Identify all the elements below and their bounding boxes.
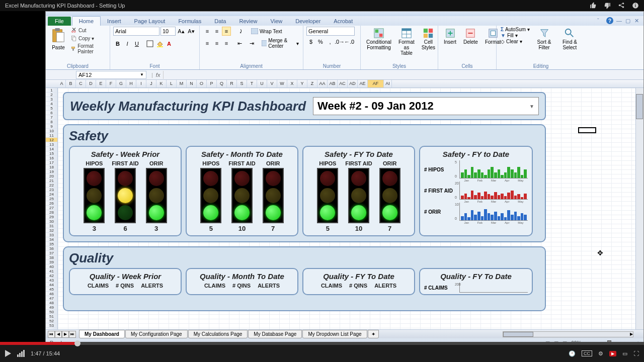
bold-button[interactable]: B bbox=[113, 39, 122, 48]
tab-data[interactable]: Data bbox=[208, 17, 232, 26]
accounting-format[interactable]: $ bbox=[306, 37, 315, 46]
merge-center-button[interactable]: Merge & Center ▾ bbox=[261, 37, 300, 49]
progress-bar[interactable] bbox=[0, 342, 644, 345]
worksheet-grid[interactable]: Weekly Manufacturing KPI Dashboard Week … bbox=[58, 88, 643, 329]
new-sheet-button[interactable]: ✦ bbox=[368, 330, 379, 338]
tab-nav-last[interactable]: ⏭ bbox=[69, 331, 76, 338]
svg-rect-13 bbox=[251, 28, 258, 34]
font-name-select[interactable] bbox=[113, 27, 159, 36]
percent-format[interactable]: % bbox=[316, 37, 325, 46]
tab-nav-next[interactable]: ▶ bbox=[62, 331, 69, 338]
align-middle[interactable]: ≡ bbox=[212, 27, 221, 36]
fill-color-button[interactable] bbox=[155, 39, 164, 48]
increase-decimal[interactable]: .0→ bbox=[335, 37, 344, 46]
thumbs-up-icon[interactable] bbox=[590, 2, 597, 9]
video-title: Excel Manufacturing KPI Dashboard - Sett… bbox=[5, 3, 125, 9]
decrease-font-icon[interactable]: A▾ bbox=[187, 27, 196, 36]
watch-later-icon[interactable]: 🕐 bbox=[569, 350, 576, 357]
cc-icon[interactable]: CC bbox=[582, 350, 592, 356]
align-left[interactable]: ≡ bbox=[203, 39, 212, 48]
week-selector[interactable]: Week #2 - 09 Jan 2012▼ bbox=[313, 97, 539, 115]
youtube-logo-icon[interactable]: ▶ bbox=[609, 351, 616, 356]
conditional-formatting-button[interactable]: Conditional Formatting bbox=[364, 27, 394, 51]
decrease-indent[interactable]: ⇤ bbox=[236, 39, 243, 48]
svg-rect-8 bbox=[73, 37, 76, 41]
font-size-select[interactable] bbox=[160, 27, 176, 36]
clear-button[interactable]: ◇Clear ▾ bbox=[500, 39, 531, 44]
window-close-icon[interactable]: ✕ bbox=[634, 18, 640, 24]
align-center[interactable]: ≡ bbox=[212, 39, 221, 48]
help-icon[interactable]: ? bbox=[606, 17, 613, 24]
tab-developer[interactable]: Developer bbox=[289, 17, 327, 26]
selected-cell[interactable] bbox=[578, 127, 596, 133]
tab-view[interactable]: View bbox=[264, 17, 289, 26]
cut-button[interactable]: Cut bbox=[70, 27, 107, 34]
find-select-button[interactable]: Find & Select bbox=[557, 27, 582, 51]
tab-insert[interactable]: Insert bbox=[101, 17, 128, 26]
copy-button[interactable]: Copy ▾ bbox=[70, 35, 107, 42]
formula-input[interactable] bbox=[163, 71, 643, 79]
svg-rect-14 bbox=[262, 40, 267, 46]
align-right[interactable]: ≡ bbox=[222, 39, 231, 48]
info-icon[interactable]: i bbox=[632, 2, 639, 9]
minimize-ribbon-icon[interactable]: ˇ bbox=[597, 18, 603, 24]
italic-button[interactable]: I bbox=[123, 39, 132, 48]
align-bottom[interactable]: ≡ bbox=[222, 27, 231, 36]
number-format-select[interactable] bbox=[306, 27, 355, 36]
play-button[interactable] bbox=[5, 350, 11, 357]
theater-icon[interactable]: ▭ bbox=[622, 350, 627, 357]
window-minimize-icon[interactable]: — bbox=[616, 18, 622, 24]
delete-cells-button[interactable]: Delete bbox=[461, 27, 480, 46]
svg-rect-10 bbox=[72, 48, 74, 50]
increase-indent[interactable]: ⇥ bbox=[248, 39, 255, 48]
sheet-tab-calc[interactable]: My Calculations Page bbox=[188, 330, 248, 338]
paste-button[interactable]: Paste bbox=[49, 27, 68, 51]
sheet-tab-config[interactable]: My Configuration Page bbox=[125, 330, 188, 338]
increase-font-icon[interactable]: A▴ bbox=[177, 27, 186, 36]
underline-button[interactable]: U bbox=[132, 39, 141, 48]
fx-icon[interactable]: fx bbox=[156, 72, 160, 78]
format-painter-button[interactable]: Format Painter bbox=[70, 43, 107, 55]
time-display: 1:47 / 15:44 bbox=[31, 350, 60, 356]
orientation-button[interactable]: ⤸ bbox=[236, 27, 245, 36]
comma-format[interactable]: , bbox=[326, 37, 335, 46]
svg-rect-9 bbox=[71, 47, 74, 48]
share-icon[interactable] bbox=[618, 2, 625, 9]
fill-button[interactable]: ▼Fill ▾ bbox=[500, 33, 531, 38]
align-top[interactable]: ≡ bbox=[203, 27, 212, 36]
wrap-text-button[interactable]: Wrap Text bbox=[250, 28, 283, 35]
file-tab[interactable]: File bbox=[48, 17, 71, 26]
tab-formulas[interactable]: Formulas bbox=[172, 17, 208, 26]
tab-home[interactable]: Home bbox=[72, 16, 101, 26]
tab-acrobat[interactable]: Acrobat bbox=[327, 17, 359, 26]
ribbon-tabs: File Home Insert Page Layout Formulas Da… bbox=[46, 16, 643, 26]
cell-styles-button[interactable]: Cell Styles bbox=[419, 27, 438, 51]
sheet-tab-dropdown[interactable]: My Dropdown List Page bbox=[302, 330, 367, 338]
settings-icon[interactable]: ⚙ bbox=[598, 350, 603, 357]
tab-nav-prev[interactable]: ◀ bbox=[55, 331, 62, 338]
fullscreen-icon[interactable]: ⛶ bbox=[633, 350, 639, 356]
border-button[interactable] bbox=[145, 39, 154, 48]
tab-review[interactable]: Review bbox=[232, 17, 264, 26]
horizontal-scrollbar[interactable]: ◀▶ bbox=[503, 331, 633, 337]
insert-cells-button[interactable]: Insert bbox=[441, 27, 459, 46]
format-as-table-button[interactable]: Format as Table bbox=[396, 27, 417, 57]
sheet-tab-db[interactable]: My Database Page bbox=[248, 330, 302, 338]
window-restore-icon[interactable]: ▢ bbox=[625, 18, 631, 24]
tab-page-layout[interactable]: Page Layout bbox=[128, 17, 172, 26]
font-color-button[interactable]: A bbox=[165, 39, 174, 48]
svg-rect-11 bbox=[147, 41, 153, 47]
sheet-tab-dashboard[interactable]: My Dashboard bbox=[79, 330, 125, 338]
name-box[interactable]: AF12▼ bbox=[76, 71, 146, 79]
tab-nav-first[interactable]: ⏮ bbox=[48, 331, 55, 338]
autosum-button[interactable]: ΣAutoSum ▾ bbox=[500, 27, 531, 32]
svg-rect-29 bbox=[491, 31, 495, 35]
decrease-decimal[interactable]: ←.0 bbox=[345, 37, 354, 46]
volume-icon[interactable] bbox=[17, 350, 25, 357]
thumbs-down-icon[interactable] bbox=[604, 2, 611, 9]
vertical-scrollbar[interactable] bbox=[635, 88, 643, 329]
svg-rect-23 bbox=[429, 29, 433, 33]
svg-point-6 bbox=[74, 31, 75, 33]
safety-section-title: Safety bbox=[69, 128, 540, 144]
sort-filter-button[interactable]: Sort & Filter bbox=[533, 27, 555, 51]
